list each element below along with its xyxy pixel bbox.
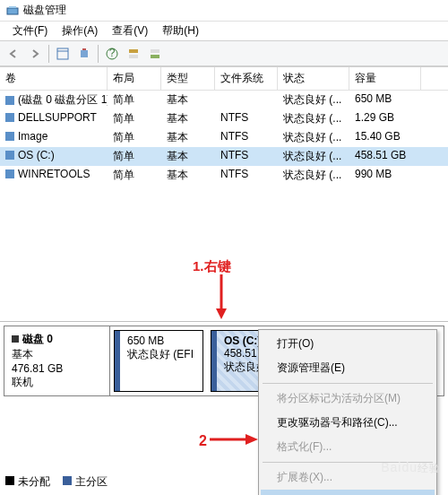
back-icon[interactable] bbox=[4, 44, 23, 64]
ctx-mark-active: 将分区标记为活动分区(M) bbox=[261, 386, 435, 411]
ctx-shrink[interactable]: 压缩卷(H)... bbox=[261, 490, 435, 495]
col-status[interactable]: 状态 bbox=[278, 67, 349, 90]
svg-rect-11 bbox=[151, 55, 159, 58]
svg-rect-10 bbox=[151, 49, 159, 53]
volume-row[interactable]: OS (C:)简单基本NTFS状态良好 (...458.51 GB bbox=[0, 147, 448, 166]
toolbar: ? bbox=[0, 41, 448, 66]
menu-help[interactable]: 帮助(H) bbox=[155, 22, 206, 40]
volume-row[interactable]: (磁盘 0 磁盘分区 1)简单基本状态良好 (...650 MB bbox=[0, 91, 448, 109]
watermark-logo: Baidu经验 bbox=[381, 460, 441, 476]
arrow-right-icon bbox=[210, 432, 258, 447]
ctx-change-letter[interactable]: 更改驱动器号和路径(C)... bbox=[261, 411, 435, 435]
disk-name: 磁盘 0 bbox=[22, 333, 53, 345]
svg-rect-4 bbox=[81, 50, 88, 57]
refresh-icon[interactable] bbox=[74, 44, 94, 64]
volume-row[interactable]: Image简单基本NTFS状态良好 (...15.40 GB bbox=[0, 128, 448, 147]
col-type[interactable]: 类型 bbox=[161, 67, 215, 90]
legend: 未分配 主分区 bbox=[5, 474, 108, 490]
window-title: 磁盘管理 bbox=[23, 3, 66, 18]
legend-unalloc: 未分配 bbox=[5, 474, 50, 490]
arrow-down-icon bbox=[215, 274, 228, 319]
disk-type: 基本 bbox=[12, 347, 102, 362]
partition[interactable]: 650 MB 状态良好 (EFI bbox=[114, 330, 203, 392]
disk-label[interactable]: 磁盘 0 基本 476.81 GB 联机 bbox=[4, 326, 110, 395]
svg-rect-9 bbox=[129, 55, 138, 58]
svg-text:?: ? bbox=[109, 48, 116, 59]
svg-rect-2 bbox=[57, 48, 68, 59]
col-capacity[interactable]: 容量 bbox=[349, 67, 421, 90]
menu-view[interactable]: 查看(V) bbox=[105, 22, 155, 40]
volume-row[interactable]: DELLSUPPORT简单基本NTFS状态良好 (...1.29 GB bbox=[0, 109, 448, 128]
volume-list-header: 卷 布局 类型 文件系统 状态 容量 bbox=[0, 67, 448, 91]
col-volume[interactable]: 卷 bbox=[0, 67, 108, 90]
view-top-icon[interactable] bbox=[124, 44, 143, 64]
svg-rect-0 bbox=[7, 8, 18, 14]
disk-mgmt-icon bbox=[5, 4, 20, 18]
annotation-1: 1.右键 bbox=[193, 258, 231, 275]
forward-icon[interactable] bbox=[25, 44, 45, 64]
legend-primary: 主分区 bbox=[63, 474, 108, 490]
volume-row[interactable]: WINRETOOLS简单基本NTFS状态良好 (...990 MB bbox=[0, 166, 448, 185]
ctx-open[interactable]: 打开(O) bbox=[261, 332, 435, 356]
svg-rect-1 bbox=[9, 6, 16, 8]
menu-action[interactable]: 操作(A) bbox=[55, 22, 105, 40]
col-layout[interactable]: 布局 bbox=[108, 67, 161, 90]
svg-marker-15 bbox=[246, 434, 258, 445]
volume-list: 卷 布局 类型 文件系统 状态 容量 (磁盘 0 磁盘分区 1)简单基本状态良好… bbox=[0, 66, 448, 185]
annotation-2: 2 bbox=[199, 433, 207, 449]
col-fs[interactable]: 文件系统 bbox=[215, 67, 278, 90]
svg-rect-8 bbox=[129, 49, 138, 53]
view-bottom-icon[interactable] bbox=[145, 44, 165, 64]
menu-bar: 文件(F) 操作(A) 查看(V) 帮助(H) bbox=[0, 22, 448, 41]
title-bar: 磁盘管理 bbox=[0, 0, 448, 22]
menu-file[interactable]: 文件(F) bbox=[5, 22, 55, 40]
svg-marker-13 bbox=[216, 308, 227, 319]
ctx-format: 格式化(F)... bbox=[261, 435, 435, 459]
disk-size: 476.81 GB bbox=[12, 362, 102, 375]
svg-rect-5 bbox=[82, 48, 86, 50]
help-icon[interactable]: ? bbox=[102, 44, 122, 64]
show-hide-icon[interactable] bbox=[53, 44, 73, 64]
disk-state: 联机 bbox=[12, 375, 102, 390]
ctx-explorer[interactable]: 资源管理器(E) bbox=[261, 356, 435, 380]
